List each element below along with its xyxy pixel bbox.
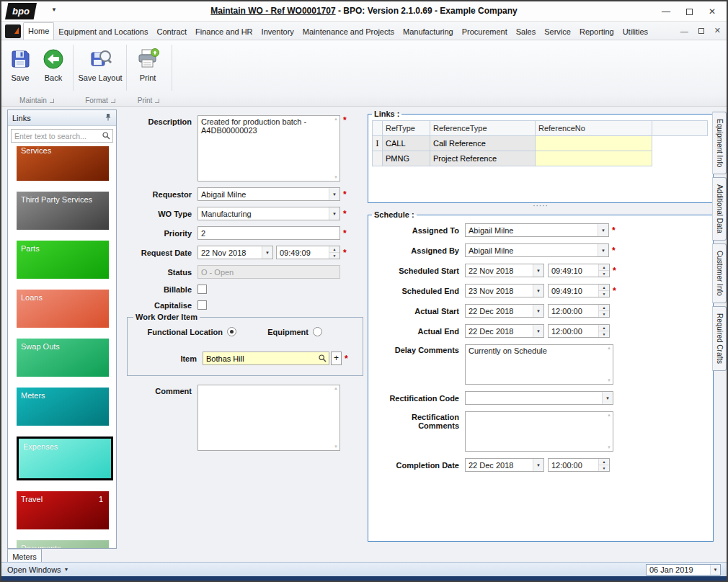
completion-date-picker[interactable]: 22 Dec 2018▼ bbox=[465, 458, 544, 472]
tab-additional-data[interactable]: Additional Data bbox=[712, 177, 727, 241]
description-textarea[interactable]: Created for production batch - A4DB00000… bbox=[197, 115, 340, 182]
dialog-launcher-icon[interactable] bbox=[50, 99, 54, 103]
tab-required-crafts[interactable]: Required Crafts bbox=[712, 306, 727, 371]
dropdown-arrow-icon[interactable]: ▼ bbox=[598, 244, 608, 256]
priority-input[interactable]: 2 bbox=[197, 226, 340, 240]
sidebar-tile-expenses[interactable]: Expenses bbox=[17, 436, 113, 480]
search-icon[interactable] bbox=[102, 132, 110, 140]
capitalise-checkbox[interactable] bbox=[197, 300, 207, 310]
cell-referencetype[interactable]: Call Reference bbox=[430, 136, 536, 151]
scheduled-end-time-spinner[interactable]: 09:49:10▲▼ bbox=[548, 284, 610, 297]
spin-up-icon[interactable]: ▲ bbox=[599, 285, 609, 291]
menu-tab-contract[interactable]: Contract bbox=[153, 24, 192, 40]
actual-start-time-spinner[interactable]: 12:00:00▲▼ bbox=[548, 304, 610, 318]
assigned-to-combobox[interactable]: Abigail Milne▼ bbox=[465, 223, 609, 237]
cell-reftype[interactable]: CALL bbox=[383, 136, 430, 151]
dropdown-arrow-icon[interactable]: ▼ bbox=[533, 325, 543, 337]
dialog-launcher-icon[interactable] bbox=[111, 99, 115, 103]
spin-up-icon[interactable]: ▲ bbox=[599, 305, 609, 311]
wo-type-combobox[interactable]: Manufacturing▼ bbox=[197, 207, 340, 220]
spin-up-icon[interactable]: ▲ bbox=[599, 325, 609, 331]
comment-textarea[interactable] bbox=[197, 385, 340, 451]
menu-tab-inventory[interactable]: Inventory bbox=[257, 24, 298, 40]
dropdown-arrow-icon[interactable]: ▼ bbox=[329, 207, 339, 220]
menu-tab-finance-and-hr[interactable]: Finance and HR bbox=[191, 24, 257, 40]
item-lookup-field[interactable]: Bothas Hill bbox=[203, 352, 329, 365]
lookup-search-icon[interactable] bbox=[319, 354, 327, 362]
back-button[interactable]: Back bbox=[37, 44, 69, 91]
scroll-down-icon[interactable]: ▼ bbox=[607, 445, 611, 449]
sidebar-tile-documents[interactable]: Documents bbox=[17, 540, 109, 548]
spin-down-icon[interactable]: ▼ bbox=[599, 331, 609, 337]
mdi-close-button[interactable]: ✕ bbox=[714, 26, 721, 35]
completion-time-spinner[interactable]: 12:00:00▲▼ bbox=[548, 458, 610, 472]
actual-start-date-picker[interactable]: 22 Dec 2018▼ bbox=[465, 304, 544, 318]
scroll-up-icon[interactable]: ▲ bbox=[334, 386, 338, 390]
column-header-referencetype[interactable]: ReferenceType bbox=[430, 121, 536, 136]
column-header-referenceno[interactable]: ReferenceNo bbox=[536, 121, 652, 136]
tab-equipment-info[interactable]: Equipment Info bbox=[712, 112, 727, 174]
print-button[interactable]: Print bbox=[130, 44, 166, 91]
scheduled-start-time-spinner[interactable]: 09:49:10▲▼ bbox=[548, 264, 610, 277]
sidebar-search-input[interactable] bbox=[12, 132, 102, 140]
menu-tab-procurement[interactable]: Procurement bbox=[458, 24, 512, 40]
dropdown-arrow-icon[interactable]: ▼ bbox=[262, 246, 272, 259]
dropdown-arrow-icon[interactable]: ▼ bbox=[710, 565, 720, 575]
chevron-down-icon[interactable]: ▼ bbox=[64, 567, 69, 572]
cell-reftype[interactable]: PMNG bbox=[383, 151, 430, 166]
assigned-by-combobox[interactable]: Abigail Milne▼ bbox=[465, 243, 609, 257]
panel-splitter-handle[interactable]: ····· bbox=[368, 203, 714, 210]
cell-referenceno[interactable] bbox=[536, 151, 652, 166]
sidebar-tile-meters[interactable]: Meters bbox=[17, 388, 109, 426]
rectification-comments-textarea[interactable] bbox=[465, 411, 613, 452]
spin-up-icon[interactable]: ▲ bbox=[599, 459, 609, 465]
spin-down-icon[interactable]: ▼ bbox=[329, 253, 339, 259]
bpo-app-icon[interactable] bbox=[5, 24, 21, 38]
dropdown-arrow-icon[interactable]: ▼ bbox=[533, 305, 543, 317]
column-header-reftype[interactable]: RefType bbox=[383, 121, 430, 136]
actual-end-time-spinner[interactable]: 12:00:00▲▼ bbox=[548, 324, 610, 338]
statusbar-date-picker[interactable]: 06 Jan 2019 ▼ bbox=[646, 564, 721, 576]
menu-tab-home[interactable]: Home bbox=[23, 22, 54, 40]
menu-tab-sales[interactable]: Sales bbox=[512, 24, 541, 40]
pin-icon[interactable] bbox=[105, 113, 112, 122]
links-table-row[interactable]: I CALL Call Reference bbox=[373, 136, 708, 151]
menu-tab-utilities[interactable]: Utilities bbox=[618, 24, 652, 40]
spin-down-icon[interactable]: ▼ bbox=[599, 465, 609, 471]
spin-up-icon[interactable]: ▲ bbox=[329, 246, 339, 253]
mdi-minimize-button[interactable]: — bbox=[680, 27, 688, 35]
sidebar-tile-loans[interactable]: Loans bbox=[17, 290, 109, 328]
sidebar-tile-services[interactable]: Services bbox=[17, 146, 109, 181]
save-layout-button[interactable]: Save Layout bbox=[76, 44, 124, 91]
dropdown-arrow-icon[interactable]: ▼ bbox=[602, 392, 613, 404]
menu-tab-manufacturing[interactable]: Manufacturing bbox=[399, 24, 458, 40]
maximize-button[interactable] bbox=[678, 3, 701, 20]
minimize-button[interactable]: — bbox=[654, 3, 678, 20]
rectification-code-combobox[interactable]: ▼ bbox=[465, 391, 613, 405]
sidebar-tile-third-party-services[interactable]: Third Party Services bbox=[17, 192, 109, 230]
scroll-down-icon[interactable]: ▼ bbox=[334, 444, 338, 449]
requestor-combobox[interactable]: Abigail Milne▼ bbox=[197, 187, 340, 201]
add-item-button[interactable]: + bbox=[331, 352, 342, 365]
dropdown-arrow-icon[interactable]: ▼ bbox=[533, 264, 543, 277]
links-table-row[interactable]: PMNG Project Reference bbox=[373, 151, 708, 166]
spin-up-icon[interactable]: ▲ bbox=[599, 264, 609, 271]
equipment-radio[interactable] bbox=[313, 327, 322, 336]
sidebar-tile-travel[interactable]: Travel1 bbox=[17, 491, 109, 529]
menu-tab-reporting[interactable]: Reporting bbox=[575, 24, 618, 40]
dropdown-arrow-icon[interactable]: ▼ bbox=[533, 459, 543, 471]
scheduled-start-date-picker[interactable]: 22 Nov 2018▼ bbox=[465, 264, 544, 277]
scroll-up-icon[interactable]: ▲ bbox=[334, 117, 338, 121]
sidebar-tile-swap-outs[interactable]: Swap Outs bbox=[17, 339, 109, 377]
quick-access-dropdown-icon[interactable]: ▼ bbox=[51, 6, 57, 13]
close-button[interactable]: ✕ bbox=[701, 3, 724, 20]
scroll-down-icon[interactable]: ▼ bbox=[607, 378, 611, 382]
scroll-up-icon[interactable]: ▲ bbox=[607, 413, 611, 417]
mdi-restore-button[interactable] bbox=[698, 28, 704, 34]
open-windows-dropdown[interactable]: Open Windows bbox=[7, 565, 61, 574]
cell-referenceno[interactable] bbox=[536, 136, 652, 151]
tab-customer-info[interactable]: Customer Info bbox=[712, 243, 727, 303]
scheduled-end-date-picker[interactable]: 23 Nov 2018▼ bbox=[465, 284, 544, 297]
sidebar-tile-parts[interactable]: Parts bbox=[17, 241, 109, 279]
menu-tab-maintenance-and-projects[interactable]: Maintenance and Projects bbox=[298, 24, 399, 40]
